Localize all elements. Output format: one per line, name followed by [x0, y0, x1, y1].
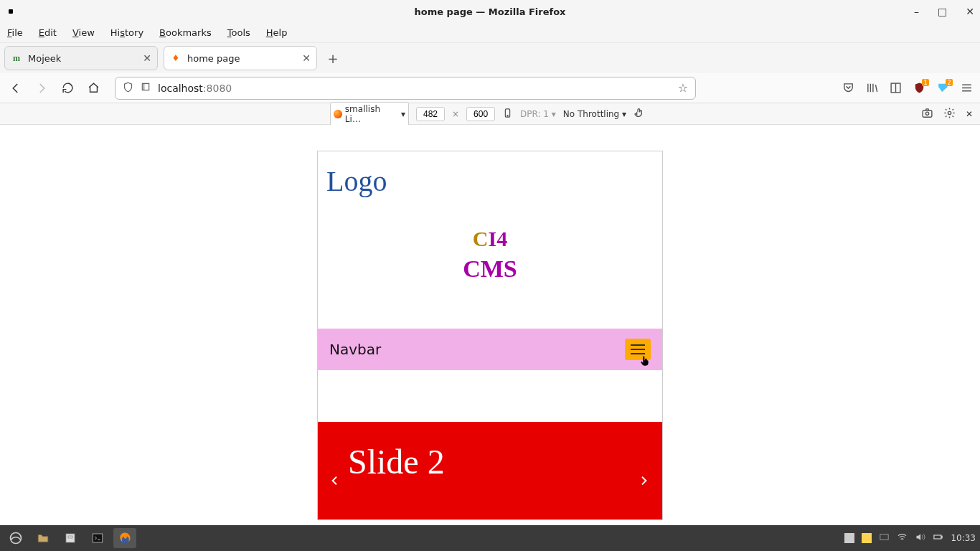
tray-app2-icon[interactable]	[862, 533, 872, 543]
hero-c: C	[473, 227, 489, 250]
close-rdm-button[interactable]: ✕	[966, 109, 973, 119]
svg-point-4	[925, 112, 928, 115]
menu-history[interactable]: History	[110, 27, 143, 38]
firefox-button[interactable]	[113, 528, 136, 548]
address-bar: localhost:8080 ☆ 1 2	[0, 73, 980, 103]
menu-view[interactable]: View	[72, 27, 95, 38]
tray-volume-icon[interactable]	[915, 532, 925, 545]
carousel-slide: Slide 2	[318, 422, 662, 519]
tray-wifi-icon[interactable]	[897, 532, 908, 545]
url-input[interactable]: localhost:8080 ☆	[115, 77, 696, 100]
url-text: localhost:8080	[158, 83, 232, 94]
terminal-button[interactable]	[86, 528, 109, 548]
notification-icon[interactable]: 2	[937, 82, 949, 94]
window-title: home page — Mozilla Firefox	[0, 6, 980, 17]
carousel-prev-button[interactable]	[329, 472, 341, 490]
rotate-icon[interactable]	[502, 108, 513, 121]
tab-close-button[interactable]: ✕	[143, 52, 151, 64]
hero-heading: CI4 CMS	[318, 227, 662, 283]
site-logo[interactable]: Logo	[318, 151, 662, 198]
navbar-toggle-button[interactable]	[625, 339, 651, 360]
menu-file[interactable]: File	[7, 27, 23, 38]
hero-i4: I4	[488, 227, 507, 250]
dimension-separator: ×	[452, 109, 459, 119]
tray-clock[interactable]: 10:33	[951, 533, 976, 543]
shield-icon	[123, 82, 133, 95]
viewport-height-input[interactable]	[466, 107, 495, 121]
svg-point-2	[507, 115, 508, 116]
tray-app1-icon[interactable]	[844, 533, 854, 543]
reload-button[interactable]	[59, 80, 76, 97]
codeigniter-favicon-icon: ♦	[170, 52, 182, 64]
ublock-badge: 1	[922, 79, 929, 86]
chevron-down-icon: ▾	[401, 109, 405, 119]
notification-badge: 2	[946, 79, 953, 86]
svg-rect-9	[93, 534, 103, 542]
menu-help[interactable]: Help	[266, 27, 288, 38]
mojeek-favicon-icon: m	[11, 52, 22, 64]
tab-bar: m Mojeek ✕ ♦ home page ✕ +	[0, 43, 980, 73]
taskbar: 10:33	[0, 525, 980, 551]
window-minimize-button[interactable]: –	[914, 6, 919, 17]
lock-icon	[141, 82, 151, 94]
archive-button[interactable]	[59, 528, 82, 548]
tab-home-page[interactable]: ♦ home page ✕	[164, 46, 317, 70]
new-tab-button[interactable]: +	[323, 48, 343, 68]
app-menu-button[interactable]	[961, 82, 973, 94]
menu-tools[interactable]: Tools	[227, 27, 250, 38]
svg-rect-11	[880, 534, 888, 540]
tab-mojeek[interactable]: m Mojeek ✕	[4, 46, 158, 70]
device-select[interactable]: smallish Li… ▾	[330, 102, 409, 126]
back-button[interactable]	[7, 80, 24, 97]
site-navbar: Navbar	[318, 329, 662, 370]
touch-icon[interactable]	[633, 107, 645, 121]
svg-rect-8	[68, 536, 72, 538]
svg-rect-13	[941, 536, 942, 538]
svg-rect-12	[934, 535, 941, 539]
reader-view-icon[interactable]	[890, 82, 902, 94]
firefox-icon	[334, 110, 342, 118]
responsive-viewport: Logo CI4 CMS Navbar Slide 2	[317, 151, 663, 520]
tab-title: home page	[187, 53, 302, 64]
tab-title: Mojeek	[28, 53, 143, 64]
bookmark-star-icon[interactable]: ☆	[678, 81, 688, 95]
dpr-select[interactable]: DPR: 1 ▾	[520, 109, 556, 119]
slide-title: Slide 2	[348, 442, 632, 481]
screenshot-icon[interactable]	[921, 107, 933, 121]
files-button[interactable]	[32, 528, 55, 548]
window-close-button[interactable]: ✕	[966, 6, 974, 17]
menu-bookmarks[interactable]: Bookmarks	[159, 27, 212, 38]
tray-disk-icon[interactable]	[879, 532, 890, 545]
window-maximize-button[interactable]: □	[938, 6, 947, 17]
menu-bar: File Edit View History Bookmarks Tools H…	[0, 23, 980, 43]
settings-icon[interactable]	[943, 107, 956, 121]
tab-close-button[interactable]: ✕	[302, 52, 311, 64]
throttling-select[interactable]: No Throttling ▾	[563, 109, 626, 119]
pocket-icon[interactable]	[842, 82, 854, 94]
start-menu-button[interactable]	[4, 528, 27, 548]
svg-rect-3	[923, 110, 932, 116]
viewport-width-input[interactable]	[416, 107, 445, 121]
menu-edit[interactable]: Edit	[39, 27, 57, 38]
svg-point-5	[948, 111, 951, 114]
ublock-icon[interactable]: 1	[913, 82, 925, 94]
navbar-brand[interactable]: Navbar	[329, 341, 381, 358]
home-button[interactable]	[85, 80, 102, 97]
device-label: smallish Li…	[345, 104, 398, 124]
library-icon[interactable]	[866, 82, 878, 94]
hero-cms: CMS	[318, 255, 662, 283]
responsive-design-toolbar: smallish Li… ▾ × DPR: 1 ▾ No Throttling …	[0, 103, 980, 125]
tray-battery-icon[interactable]	[933, 532, 943, 545]
carousel-next-button[interactable]	[638, 472, 649, 490]
forward-button	[33, 80, 50, 97]
